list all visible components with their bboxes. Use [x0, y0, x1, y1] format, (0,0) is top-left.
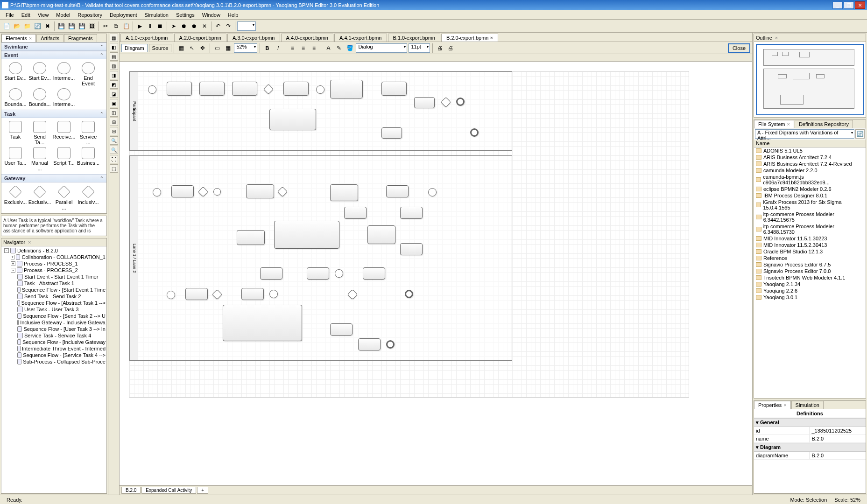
italic-icon[interactable]: I [273, 43, 282, 53]
menu-help[interactable]: Help [224, 11, 242, 19]
column-header-name[interactable]: Name [754, 140, 866, 147]
record-icon[interactable]: ⏺ [179, 21, 189, 31]
property-category[interactable]: ▾ General [754, 418, 866, 427]
tree-node[interactable]: +Collaboration - COLLABORATION_1 [2, 254, 106, 260]
file-tab[interactable]: A.2.0-export.bpmn [174, 34, 227, 42]
palette-item[interactable]: Busines... [77, 147, 99, 171]
palette-item[interactable]: Service ... [77, 121, 99, 145]
task-node[interactable] [363, 267, 385, 280]
file-tab[interactable]: B.2.0-export.bpmn × [441, 34, 498, 42]
folder-row[interactable]: IBM Process Designer 8.0.1 [754, 192, 866, 199]
file-tab[interactable]: A.4.1-export.bpmn [334, 34, 387, 42]
file-tab[interactable]: A.1.0-export.bpmn [120, 34, 173, 42]
tool-icon[interactable]: ⬚ [110, 164, 118, 173]
diagram-tab[interactable]: Expanded Call Activity [141, 487, 196, 494]
export-icon[interactable]: 🖼 [87, 21, 97, 31]
task-node[interactable] [307, 267, 329, 280]
tree-node[interactable]: Service Task - Service Task 4 [2, 332, 106, 339]
zoom-dropdown[interactable]: 52% [234, 43, 257, 53]
open-url-icon[interactable]: 📁 [22, 21, 32, 31]
close-button[interactable]: Close [728, 43, 750, 53]
add-tab-button[interactable]: + [197, 487, 208, 494]
folder-row[interactable]: ARIS Business Architect 7.2.4 [754, 154, 866, 161]
property-category[interactable]: ▾ Diagram [754, 443, 866, 452]
folder-row[interactable]: itp-commerce Process Modeler 6.3488.1573… [754, 223, 866, 235]
tool-icon[interactable]: ▤ [110, 52, 118, 61]
saveall-icon[interactable]: 💾 [77, 21, 86, 31]
menu-window[interactable]: Window [198, 11, 224, 19]
subprocess-node[interactable] [330, 80, 363, 98]
redo-icon[interactable]: ↷ [224, 21, 233, 31]
palette-item[interactable]: Interme... [53, 88, 75, 107]
expanded-subprocess-node[interactable] [223, 305, 302, 341]
tool-icon[interactable]: ◧ [110, 43, 118, 51]
task-node[interactable] [167, 82, 192, 96]
close-icon[interactable]: × [775, 35, 778, 41]
reload-icon[interactable]: 🔄 [33, 21, 42, 31]
save-icon[interactable]: 💾 [56, 21, 66, 31]
pause-icon[interactable]: ⏸ [145, 21, 155, 31]
folder-row[interactable]: Reference [754, 255, 866, 261]
step-icon[interactable]: ➤ [169, 21, 178, 31]
palette-group-gateway[interactable]: Gateway⌃ [1, 174, 106, 182]
grid-icon[interactable]: ▦ [176, 43, 186, 53]
palette-item[interactable]: Start Ev... [28, 62, 51, 86]
folder-row[interactable]: camunda Modeler 2.2.0 [754, 167, 866, 174]
intermediate-event-node[interactable] [335, 269, 343, 278]
font-color-icon[interactable]: A [324, 43, 333, 53]
tool-icon[interactable]: ◫ [110, 108, 118, 117]
task-node[interactable] [260, 267, 282, 280]
intermediate-event-node[interactable] [428, 188, 437, 196]
start-event-node[interactable] [148, 85, 156, 94]
close-icon[interactable]: × [783, 402, 786, 408]
tree-node[interactable]: Sequence Flow - [Inclusive Gateway [2, 339, 106, 345]
diagram-tab[interactable]: B.2.0 [121, 487, 141, 494]
task-node[interactable] [199, 82, 225, 96]
close-file-icon[interactable]: ✖ [43, 21, 52, 31]
palette-item[interactable]: Exclusiv... [28, 185, 51, 210]
folder-row[interactable]: Oracle BPM Studio 12.1.3 [754, 248, 866, 255]
tab-properties[interactable]: Properties× [754, 401, 791, 409]
folder-row[interactable]: eclipse BPMN2 Modeler 0.2.6 [754, 186, 866, 192]
close-icon[interactable]: × [489, 35, 493, 41]
end-event-node[interactable] [456, 98, 465, 106]
outline-minimap[interactable] [756, 44, 864, 115]
folder-row[interactable]: ADONIS 5.1 UL5 [754, 147, 866, 154]
palette-item[interactable]: End Event [77, 62, 99, 86]
palette-item[interactable]: Manual ... [28, 147, 51, 171]
task-node[interactable] [381, 82, 407, 96]
folder-row[interactable]: ARIS Business Architect 7.2.4-Revised [754, 161, 866, 167]
folder-row[interactable]: iGrafx Process 2013 for Six Sigma 15.0.4… [754, 199, 866, 211]
close-icon[interactable]: × [787, 121, 789, 127]
tree-node[interactable]: Sequence Flow - [Send Task 2 --> U [2, 313, 106, 319]
palette-item[interactable]: Interme... [53, 62, 75, 86]
palette-item[interactable]: Send Ta... [28, 121, 51, 145]
close-icon[interactable]: × [28, 239, 31, 245]
record2-icon[interactable]: ⏺ [190, 21, 199, 31]
tree-node[interactable]: Sequence Flow - [Start Event 1 Time [2, 287, 106, 293]
task-node[interactable] [400, 243, 423, 255]
folder-row[interactable]: Yaoqiang 3.0.1 [754, 294, 866, 301]
intermediate-event-node[interactable] [269, 290, 278, 298]
task-node[interactable] [344, 207, 367, 219]
folder-row[interactable]: Yaoqiang 2.1.34 [754, 281, 866, 287]
intermediate-event-node[interactable] [316, 85, 324, 94]
menu-simulation[interactable]: Simulation [141, 11, 172, 19]
file-tab[interactable]: B.1.0-export.bpmn [388, 34, 441, 42]
diagram-canvas[interactable]: Participant Lane 1 / Lane 2 [120, 54, 752, 485]
tree-node[interactable]: Task - Abstract Task 1 [2, 280, 106, 287]
line-color-icon[interactable]: ✎ [334, 43, 344, 53]
border-icon[interactable]: ▭ [212, 43, 222, 53]
zoom-fit-icon[interactable]: ⛶ [110, 155, 118, 163]
file-tab[interactable]: A.4.0-export.bpmn [281, 34, 334, 42]
palette-item[interactable]: Receive... [53, 121, 75, 145]
tree-node[interactable]: +Process - PROCESS_1 [2, 260, 106, 267]
bold-icon[interactable]: B [262, 43, 272, 53]
tab-filesystem[interactable]: File System× [754, 120, 794, 128]
folder-row[interactable]: MID Innovator 11.5.2.30413 [754, 242, 866, 248]
start-event-node[interactable] [167, 291, 175, 299]
task-node[interactable] [232, 82, 257, 96]
pointer-icon[interactable]: ↖ [187, 43, 197, 53]
open-icon[interactable]: 📂 [12, 21, 21, 31]
expanded-subprocess-node[interactable] [269, 109, 316, 130]
